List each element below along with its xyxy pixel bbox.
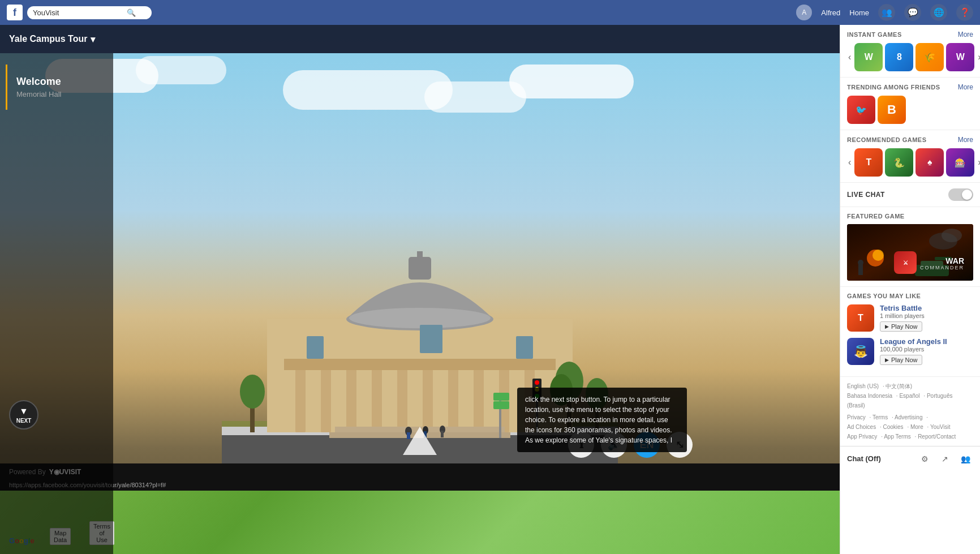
chat-settings-icon[interactable]: ⚙ <box>917 451 932 467</box>
cookies-link[interactable]: Cookies <box>883 424 903 430</box>
chat-popout-icon[interactable]: ↗ <box>937 451 953 467</box>
privacy-link[interactable]: Privacy <box>847 414 866 420</box>
instant-games-header: INSTANT GAMES More <box>847 31 973 38</box>
svg-point-54 <box>942 229 962 242</box>
chat-bar: Chat (Off) ⚙ ↗ 👥 <box>840 446 980 471</box>
ad-choices-link[interactable]: Ad Choices <box>847 424 876 430</box>
trending-games-row: 🐦 B <box>847 96 973 124</box>
tour-sidebar: Welcome Memorial Hall <box>0 53 113 554</box>
game-icon-cards-rec[interactable]: ♠ <box>915 148 944 177</box>
tetris-battle-play-button[interactable]: ▶ Play Now <box>880 321 922 332</box>
recommended-games-row: ‹ T 🐍 ♠ 🎰 › <box>847 148 973 177</box>
tetris-battle-players: 1 million players <box>880 312 973 319</box>
prev-instant-games[interactable]: ‹ <box>847 52 852 62</box>
navigation-arrow[interactable] <box>403 427 437 455</box>
toggle-knob <box>962 190 972 200</box>
loa-players: 100,000 players <box>880 346 973 353</box>
user-name[interactable]: Alfred <box>821 8 840 17</box>
instant-games-title: INSTANT GAMES <box>847 31 902 38</box>
game-icon-tetris-rec[interactable]: T <box>854 148 883 177</box>
chat-contacts-icon[interactable]: 👥 <box>957 451 973 467</box>
url-bar: https://apps.facebook.com/youvisit/tour/… <box>0 480 840 491</box>
search-input[interactable] <box>33 8 123 17</box>
game-icon-8ball[interactable]: 8 <box>885 43 913 71</box>
game-icon-snake-rec[interactable]: 🐍 <box>885 148 913 177</box>
facebook-topbar: f 🔍 A Alfred Home 👥 💬 🌐 ❓ <box>0 0 980 25</box>
loa-icon[interactable]: 👼 <box>847 338 874 365</box>
loa-play-button[interactable]: ▶ Play Now <box>880 355 922 365</box>
svg-rect-8 <box>295 364 306 432</box>
trending-header: TRENDING AMONG FRIENDS More <box>847 83 973 91</box>
svg-rect-33 <box>493 401 509 409</box>
loa-info: League of Angels II 100,000 players ▶ Pl… <box>880 337 973 365</box>
tetris-battle-name[interactable]: Tetris Battle <box>880 304 973 312</box>
dropdown-icon[interactable]: ▾ <box>91 34 95 45</box>
next-instant-games[interactable]: › <box>977 52 980 62</box>
youvisit-link[interactable]: YouVisit <box>930 424 951 430</box>
welcome-title: Welcome <box>16 76 98 88</box>
more-link[interactable]: More <box>910 424 923 430</box>
instant-games-row: ‹ W 8 🌾 W › <box>847 43 973 71</box>
tetris-battle-icon[interactable]: T <box>847 304 874 332</box>
globe-icon[interactable]: 🌐 <box>930 4 947 21</box>
search-icon: 🔍 <box>127 8 136 17</box>
svg-rect-21 <box>307 336 324 359</box>
messages-icon[interactable]: 💬 <box>904 4 921 21</box>
svg-rect-13 <box>423 364 433 432</box>
svg-rect-9 <box>321 364 331 432</box>
instant-games-more[interactable]: More <box>958 31 973 38</box>
svg-rect-12 <box>397 364 407 432</box>
trending-more[interactable]: More <box>958 83 973 91</box>
svg-rect-18 <box>284 359 556 370</box>
next-recommended[interactable]: › <box>977 157 980 168</box>
app-terms-link[interactable]: App Terms <box>884 433 911 440</box>
game-icon-wordstrip[interactable]: W <box>946 43 974 71</box>
game-suggestion-loa: 👼 League of Angels II 100,000 players ▶ … <box>847 337 973 365</box>
prev-recommended[interactable]: ‹ <box>847 157 852 168</box>
featured-game-image[interactable]: ⚔ WAR COMMANDER <box>847 224 973 281</box>
lang-espanol-link[interactable]: Español <box>899 393 919 399</box>
report-link[interactable]: Report/Contact <box>918 433 956 440</box>
trending-section: TRENDING AMONG FRIENDS More 🐦 B <box>840 78 980 130</box>
home-link[interactable]: Home <box>849 8 869 17</box>
loa-name[interactable]: League of Angels II <box>880 337 973 346</box>
lang-bahasa-link[interactable]: Bahasa Indonesia <box>847 393 892 399</box>
advertising-link[interactable]: Advertising <box>895 414 922 420</box>
svg-rect-11 <box>372 364 382 432</box>
right-sidebar: INSTANT GAMES More ‹ W 8 🌾 W › TRENDING … <box>840 25 980 554</box>
commander-text: COMMANDER <box>920 265 964 270</box>
cloud-5 <box>509 65 634 98</box>
friends-icon[interactable]: 👥 <box>878 4 895 21</box>
svg-rect-15 <box>474 364 484 432</box>
game-icon-angry[interactable]: 🐦 <box>847 96 875 124</box>
next-button[interactable]: ▼ NEXT <box>9 400 38 430</box>
war-commander-logo: ⚔ WAR COMMANDER <box>894 251 969 276</box>
lang-chinese-link[interactable]: 中文(简体) <box>886 383 912 389</box>
map-container[interactable]: Google Map Data Terms of Use <box>0 491 840 554</box>
recommended-more[interactable]: More <box>958 136 973 144</box>
tour-bottom: Powered By Y◉UVISIT https://apps.faceboo… <box>0 463 840 554</box>
game-icon-b[interactable]: B <box>878 96 906 124</box>
lang-english-link[interactable]: English (US) <box>847 383 879 389</box>
avatar: A <box>796 5 812 20</box>
game-icon-words[interactable]: W <box>854 43 883 71</box>
help-icon[interactable]: ❓ <box>956 4 973 21</box>
facebook-search-box[interactable]: 🔍 <box>27 6 152 19</box>
footer-legal-row-3: App Privacy · App Terms · Report/Contact <box>847 432 973 441</box>
powered-by: Powered By Y◉UVISIT <box>0 463 840 480</box>
main-layout: Yale Campus Tour ▾ Learn More Schedule V… <box>0 25 980 554</box>
app-privacy-link[interactable]: App Privacy <box>847 433 877 440</box>
war-icon: ⚔ <box>894 251 917 274</box>
live-chat-toggle[interactable] <box>948 188 973 201</box>
games-you-may-like-section: GAMES YOU MAY LIKE T Tetris Battle 1 mil… <box>840 287 980 377</box>
svg-rect-10 <box>346 364 356 432</box>
terms-link[interactable]: Terms <box>872 414 888 420</box>
svg-rect-6 <box>409 257 431 280</box>
footer-lang-row-2: Bahasa Indonesia · Español · Português (… <box>847 391 973 410</box>
footer-legal-row-2: Ad Choices · Cookies · More · YouVisit <box>847 422 973 432</box>
game-icon-farm[interactable]: 🌾 <box>915 43 944 71</box>
recommended-title: RECOMMENDED GAMES <box>847 136 927 143</box>
tooltip-overlay: click the next stop button. To jump to a… <box>517 388 687 452</box>
game-icon-slots-rec[interactable]: 🎰 <box>946 148 974 177</box>
svg-rect-7 <box>417 251 423 260</box>
